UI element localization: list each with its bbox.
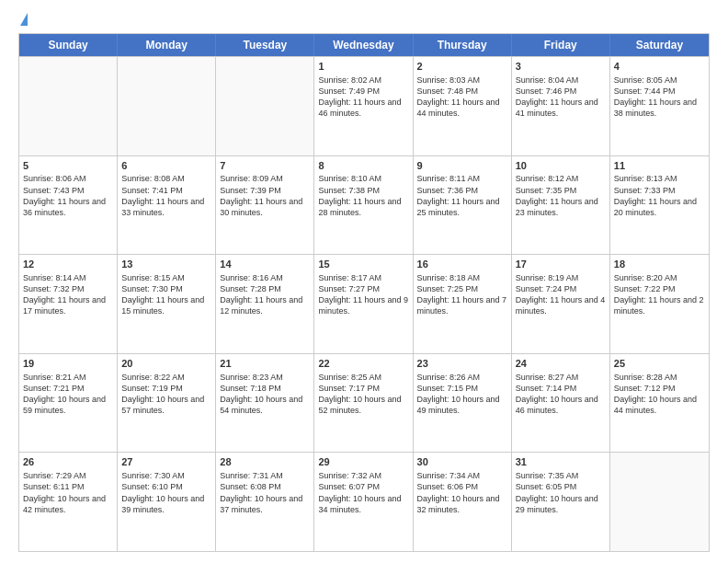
- day-info-text: Sunset: 7:46 PM: [516, 86, 606, 97]
- day-info-text: Sunrise: 8:02 AM: [318, 75, 408, 86]
- day-info-text: Sunset: 7:36 PM: [417, 185, 507, 196]
- day-info-text: Sunset: 7:35 PM: [516, 185, 606, 196]
- day-info-text: Daylight: 11 hours and 17 minutes.: [23, 294, 113, 316]
- calendar-empty-cell: [19, 57, 118, 155]
- logo: [18, 15, 28, 26]
- day-number: 5: [23, 159, 113, 173]
- day-info-text: Sunset: 7:49 PM: [318, 86, 408, 97]
- calendar-day-9: 9Sunrise: 8:11 AMSunset: 7:36 PMDaylight…: [414, 156, 512, 255]
- calendar-day-4: 4Sunrise: 8:05 AMSunset: 7:44 PMDaylight…: [610, 57, 709, 155]
- day-info-text: Sunset: 6:11 PM: [23, 481, 113, 492]
- calendar-day-26: 26Sunrise: 7:29 AMSunset: 6:11 PMDayligh…: [19, 453, 118, 551]
- day-info-text: Sunset: 7:12 PM: [614, 383, 705, 394]
- day-info-text: Sunset: 7:30 PM: [121, 283, 211, 294]
- calendar-header: SundayMondayTuesdayWednesdayThursdayFrid…: [19, 34, 709, 56]
- calendar-day-6: 6Sunrise: 8:08 AMSunset: 7:41 PMDaylight…: [118, 156, 216, 255]
- day-number: 15: [318, 258, 408, 271]
- day-info-text: Daylight: 11 hours and 44 minutes.: [417, 97, 507, 119]
- day-info-text: Sunset: 7:38 PM: [318, 185, 408, 196]
- day-info-text: Daylight: 10 hours and 42 minutes.: [23, 493, 113, 515]
- day-info-text: Sunset: 7:48 PM: [417, 86, 507, 97]
- day-info-text: Sunset: 7:28 PM: [220, 283, 310, 294]
- day-info-text: Daylight: 11 hours and 4 minutes.: [516, 294, 606, 316]
- calendar-empty-cell: [216, 57, 314, 155]
- day-info-text: Sunrise: 7:31 AM: [220, 470, 310, 481]
- day-number: 12: [23, 258, 113, 271]
- day-info-text: Sunset: 7:14 PM: [516, 383, 606, 394]
- calendar-day-14: 14Sunrise: 8:16 AMSunset: 7:28 PMDayligh…: [216, 255, 314, 353]
- day-number: 27: [121, 455, 211, 469]
- day-info-text: Daylight: 11 hours and 36 minutes.: [23, 196, 113, 218]
- day-info-text: Sunrise: 7:32 AM: [318, 470, 408, 481]
- day-info-text: Daylight: 10 hours and 46 minutes.: [516, 394, 606, 416]
- calendar-day-24: 24Sunrise: 8:27 AMSunset: 7:14 PMDayligh…: [512, 354, 610, 453]
- calendar-day-28: 28Sunrise: 7:31 AMSunset: 6:08 PMDayligh…: [216, 453, 314, 551]
- calendar-day-1: 1Sunrise: 8:02 AMSunset: 7:49 PMDaylight…: [314, 57, 413, 155]
- day-info-text: Sunrise: 8:03 AM: [417, 75, 507, 86]
- day-info-text: Sunset: 7:39 PM: [220, 185, 310, 196]
- day-info-text: Daylight: 10 hours and 52 minutes.: [318, 394, 408, 416]
- day-info-text: Sunrise: 8:14 AM: [23, 272, 113, 283]
- weekday-header-tuesday: Tuesday: [216, 34, 314, 56]
- day-info-text: Sunset: 7:25 PM: [417, 283, 507, 294]
- calendar-day-25: 25Sunrise: 8:28 AMSunset: 7:12 PMDayligh…: [610, 354, 709, 453]
- day-info-text: Sunrise: 8:12 AM: [516, 173, 606, 184]
- day-number: 10: [516, 159, 606, 173]
- day-info-text: Sunrise: 8:25 AM: [318, 372, 408, 383]
- calendar-row-1: 5Sunrise: 8:06 AMSunset: 7:43 PMDaylight…: [19, 155, 709, 255]
- day-info-text: Sunrise: 8:15 AM: [121, 272, 211, 283]
- day-info-text: Sunset: 7:15 PM: [417, 383, 507, 394]
- day-number: 24: [516, 357, 606, 371]
- weekday-header-monday: Monday: [118, 34, 216, 56]
- day-info-text: Sunset: 7:17 PM: [318, 383, 408, 394]
- day-number: 4: [614, 60, 705, 74]
- day-number: 30: [417, 455, 507, 469]
- day-info-text: Sunrise: 8:06 AM: [23, 173, 113, 184]
- day-number: 19: [23, 357, 113, 371]
- day-number: 13: [121, 258, 211, 271]
- calendar-day-30: 30Sunrise: 7:34 AMSunset: 6:06 PMDayligh…: [414, 453, 512, 551]
- day-info-text: Daylight: 10 hours and 37 minutes.: [220, 493, 310, 515]
- day-info-text: Sunrise: 8:08 AM: [121, 173, 211, 184]
- calendar-day-29: 29Sunrise: 7:32 AMSunset: 6:07 PMDayligh…: [314, 453, 413, 551]
- day-info-text: Sunrise: 7:30 AM: [121, 470, 211, 481]
- day-info-text: Sunrise: 8:23 AM: [220, 372, 310, 383]
- calendar-day-19: 19Sunrise: 8:21 AMSunset: 7:21 PMDayligh…: [19, 354, 118, 453]
- calendar-empty-cell: [610, 453, 709, 551]
- day-info-text: Sunrise: 8:28 AM: [614, 372, 705, 383]
- calendar-row-4: 26Sunrise: 7:29 AMSunset: 6:11 PMDayligh…: [19, 452, 709, 551]
- day-number: 17: [516, 258, 606, 271]
- day-info-text: Daylight: 10 hours and 49 minutes.: [417, 394, 507, 416]
- day-number: 14: [220, 258, 310, 271]
- day-info-text: Sunrise: 7:34 AM: [417, 470, 507, 481]
- day-info-text: Daylight: 11 hours and 28 minutes.: [318, 196, 408, 218]
- day-info-text: Sunrise: 8:18 AM: [417, 272, 507, 283]
- calendar-day-21: 21Sunrise: 8:23 AMSunset: 7:18 PMDayligh…: [216, 354, 314, 453]
- day-number: 7: [220, 159, 310, 173]
- day-number: 29: [318, 455, 408, 469]
- calendar-day-16: 16Sunrise: 8:18 AMSunset: 7:25 PMDayligh…: [414, 255, 512, 353]
- calendar-day-17: 17Sunrise: 8:19 AMSunset: 7:24 PMDayligh…: [512, 255, 610, 353]
- day-info-text: Sunset: 6:08 PM: [220, 481, 310, 492]
- day-number: 22: [318, 357, 408, 371]
- calendar-body: 1Sunrise: 8:02 AMSunset: 7:49 PMDaylight…: [19, 56, 709, 551]
- day-info-text: Daylight: 10 hours and 57 minutes.: [121, 394, 211, 416]
- calendar-day-11: 11Sunrise: 8:13 AMSunset: 7:33 PMDayligh…: [610, 156, 709, 255]
- day-info-text: Sunrise: 8:20 AM: [614, 272, 705, 283]
- calendar-day-20: 20Sunrise: 8:22 AMSunset: 7:19 PMDayligh…: [118, 354, 216, 453]
- day-info-text: Daylight: 11 hours and 41 minutes.: [516, 97, 606, 119]
- calendar-row-2: 12Sunrise: 8:14 AMSunset: 7:32 PMDayligh…: [19, 254, 709, 353]
- day-info-text: Daylight: 11 hours and 30 minutes.: [220, 196, 310, 218]
- calendar-day-8: 8Sunrise: 8:10 AMSunset: 7:38 PMDaylight…: [314, 156, 413, 255]
- day-info-text: Sunrise: 8:22 AM: [121, 372, 211, 383]
- day-info-text: Sunset: 7:44 PM: [614, 86, 705, 97]
- day-number: 9: [417, 159, 507, 173]
- calendar-day-31: 31Sunrise: 7:35 AMSunset: 6:05 PMDayligh…: [512, 453, 610, 551]
- day-info-text: Daylight: 11 hours and 15 minutes.: [121, 294, 211, 316]
- page-header: [18, 15, 710, 26]
- calendar-empty-cell: [118, 57, 216, 155]
- day-info-text: Daylight: 11 hours and 33 minutes.: [121, 196, 211, 218]
- day-number: 18: [614, 258, 705, 271]
- day-number: 31: [516, 455, 606, 469]
- weekday-header-sunday: Sunday: [19, 34, 118, 56]
